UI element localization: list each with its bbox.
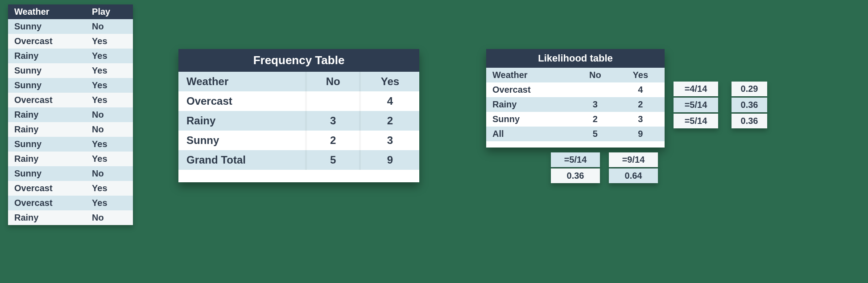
col-margin-yes-dec: 0.64 [609, 168, 658, 183]
freq-cell: Rainy [178, 111, 306, 131]
raw-cell: Overcast [8, 181, 86, 196]
like-cell: 9 [616, 127, 665, 141]
frequency-title: Frequency Table [178, 49, 419, 72]
raw-cell: Rainy [8, 152, 86, 166]
freq-cell: Overcast [178, 91, 306, 111]
row-margin-dec: 0.36 [732, 98, 767, 112]
freq-cell: 5 [306, 150, 360, 170]
raw-cell: Yes [86, 93, 133, 107]
raw-cell: Sunny [8, 63, 86, 78]
freq-cell: 2 [306, 131, 360, 150]
raw-cell: No [86, 19, 133, 34]
raw-cell: Sunny [8, 137, 86, 152]
freq-header-yes: Yes [360, 72, 419, 91]
raw-cell: Yes [86, 34, 133, 49]
raw-cell: Yes [86, 49, 133, 63]
like-cell: 3 [574, 97, 616, 112]
col-margin-yes-frac: =9/14 [609, 152, 658, 167]
freq-cell: 3 [360, 131, 419, 150]
row-margin-dec: 0.36 [732, 114, 767, 128]
freq-cell: Sunny [178, 131, 306, 150]
likelihood-table: Likelihood table Weather No Yes Overcast… [486, 49, 665, 148]
raw-cell: Rainy [8, 122, 86, 137]
like-cell: Overcast [486, 82, 574, 97]
freq-cell [306, 91, 360, 111]
raw-cell: Yes [86, 152, 133, 166]
row-margin-frac: =5/14 [674, 98, 718, 112]
freq-cell: Grand Total [178, 150, 306, 170]
raw-header-weather: Weather [8, 4, 86, 19]
raw-cell: Yes [86, 181, 133, 196]
row-margin-frac: =4/14 [674, 82, 718, 96]
raw-cell: Sunny [8, 78, 86, 93]
freq-header-weather: Weather [178, 72, 306, 91]
like-header-yes: Yes [616, 68, 665, 82]
raw-cell: Overcast [8, 34, 86, 49]
raw-cell: Overcast [8, 93, 86, 107]
freq-cell: 3 [306, 111, 360, 131]
freq-cell: 2 [360, 111, 419, 131]
like-cell: 2 [616, 97, 665, 112]
raw-cell: No [86, 210, 133, 225]
col-margin-no-dec: 0.36 [551, 168, 600, 183]
raw-cell: Yes [86, 63, 133, 78]
raw-cell: Yes [86, 196, 133, 210]
raw-cell: Yes [86, 137, 133, 152]
raw-cell: Sunny [8, 166, 86, 181]
freq-cell: 4 [360, 91, 419, 111]
like-header-no: No [574, 68, 616, 82]
raw-cell: Rainy [8, 107, 86, 122]
like-cell [574, 82, 616, 97]
raw-cell: No [86, 107, 133, 122]
raw-cell: Rainy [8, 210, 86, 225]
frequency-table: Frequency Table Weather No Yes Overcast … [178, 49, 419, 182]
like-cell: 2 [574, 112, 616, 127]
raw-cell: Rainy [8, 49, 86, 63]
like-cell: All [486, 127, 574, 141]
raw-data-table: Weather Play SunnyNo OvercastYes RainyYe… [8, 4, 133, 225]
row-margin-dec: 0.29 [732, 82, 767, 96]
like-cell: Sunny [486, 112, 574, 127]
row-margin-frac: =5/14 [674, 114, 718, 128]
like-cell: 5 [574, 127, 616, 141]
like-cell: Rainy [486, 97, 574, 112]
raw-cell: No [86, 166, 133, 181]
like-cell: 4 [616, 82, 665, 97]
like-header-weather: Weather [486, 68, 574, 82]
freq-cell: 9 [360, 150, 419, 170]
col-margin-no-frac: =5/14 [551, 152, 600, 167]
raw-cell: Overcast [8, 196, 86, 210]
like-cell: 3 [616, 112, 665, 127]
raw-header-play: Play [86, 4, 133, 19]
freq-header-no: No [306, 72, 360, 91]
raw-cell: Sunny [8, 19, 86, 34]
likelihood-title: Likelihood table [486, 49, 665, 68]
raw-cell: No [86, 122, 133, 137]
raw-cell: Yes [86, 78, 133, 93]
